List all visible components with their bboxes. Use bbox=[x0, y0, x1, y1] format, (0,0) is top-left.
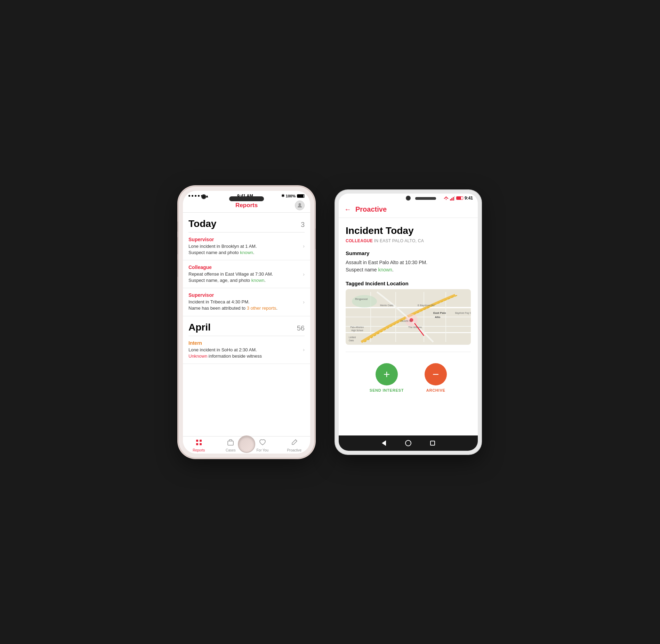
chevron-right-icon: › bbox=[303, 299, 305, 305]
svg-rect-10 bbox=[450, 199, 451, 201]
map-svg: Ringwood Menlo Oaks E Bayshore Rd East P… bbox=[346, 289, 471, 345]
send-interest-label: SEND INTEREST bbox=[370, 388, 404, 392]
item-category: Intern bbox=[188, 340, 300, 346]
summary-line2: Suspect name bbox=[346, 267, 378, 272]
svg-text:Oaks: Oaks bbox=[349, 339, 354, 342]
android-action-area: + SEND INTEREST − ARCHIVE bbox=[346, 358, 471, 399]
iphone-camera bbox=[201, 194, 206, 199]
list-item[interactable]: Intern Lone incident in SoHo at 2:30 AM.… bbox=[183, 336, 310, 364]
android-recent-nav[interactable] bbox=[429, 440, 436, 447]
tab-reports-label: Reports bbox=[193, 448, 205, 452]
back-button[interactable]: ← bbox=[344, 205, 351, 213]
summary-highlight: known bbox=[378, 267, 392, 272]
svg-rect-11 bbox=[451, 198, 452, 201]
iphone-home-button[interactable] bbox=[238, 435, 255, 453]
signal-dot-2 bbox=[192, 195, 193, 197]
tab-proactive[interactable]: Proactive bbox=[279, 439, 311, 452]
battery-bar bbox=[297, 194, 305, 198]
desc-highlight: known bbox=[240, 250, 253, 255]
meta-highlight: COLLEAGUE bbox=[346, 238, 373, 243]
item-category: Colleague bbox=[188, 264, 300, 270]
desc-suffix: . bbox=[276, 305, 277, 311]
tab-reports[interactable]: Reports bbox=[183, 439, 215, 452]
recent-square-icon bbox=[430, 441, 435, 446]
back-triangle-icon bbox=[382, 440, 386, 446]
svg-text:Okeefe St: Okeefe St bbox=[401, 319, 412, 323]
ios-nav-header: Reports bbox=[183, 200, 310, 213]
item-category: Supervisor bbox=[188, 292, 300, 298]
ios-battery-area: ✱ 100% bbox=[281, 194, 305, 198]
signal-dot-4 bbox=[198, 195, 200, 197]
android-signal-icon bbox=[450, 196, 455, 201]
incident-meta: COLLEAGUE IN EAST PALO ALTO, CA bbox=[346, 238, 471, 243]
svg-point-9 bbox=[446, 199, 446, 199]
battery-fill bbox=[297, 195, 304, 197]
battery-pct: 100% bbox=[286, 194, 296, 198]
desc-text: Lone incident in Brooklyn at 1 AM. bbox=[188, 244, 257, 249]
item-category: Supervisor bbox=[188, 237, 300, 242]
meta-rest: IN EAST PALO ALTO, CA bbox=[373, 238, 424, 243]
incident-title: Incident Today bbox=[346, 225, 471, 237]
tab-for-you-label: For You bbox=[257, 448, 268, 452]
iphone-side-button bbox=[314, 228, 316, 249]
svg-point-0 bbox=[299, 203, 301, 205]
svg-text:Palo-Atherton: Palo-Atherton bbox=[351, 326, 364, 328]
svg-rect-13 bbox=[454, 196, 455, 201]
svg-rect-5 bbox=[228, 441, 233, 445]
reports-icon bbox=[195, 439, 203, 447]
item-description: Incident in Tribeca at 4:30 PM. Name has… bbox=[188, 299, 300, 311]
april-section-header: April 56 bbox=[183, 316, 310, 336]
android-action-divider bbox=[346, 352, 471, 352]
list-item[interactable]: Supervisor Lone incident in Brooklyn at … bbox=[183, 233, 310, 260]
svg-text:Menlo Oaks: Menlo Oaks bbox=[380, 304, 394, 307]
archive-button[interactable]: − bbox=[425, 363, 447, 385]
desc-text: Lone incident in SoHo at 2:30 AM. bbox=[188, 347, 257, 352]
summary-label: Summary bbox=[346, 250, 471, 256]
pencil-icon bbox=[290, 439, 298, 447]
list-item-content: Supervisor Lone incident in Brooklyn at … bbox=[188, 237, 300, 256]
send-interest-wrap: + SEND INTEREST bbox=[370, 363, 404, 392]
desc-highlight: 3 other reports bbox=[247, 305, 276, 311]
desc-highlight: Unknown bbox=[188, 353, 207, 359]
archive-label: ARCHIVE bbox=[426, 388, 445, 392]
svg-point-25 bbox=[352, 295, 377, 308]
iphone-screen: ▲ 9:41 AM ✱ 100% Reports bbox=[183, 191, 310, 454]
svg-text:E Bayshore Rd: E Bayshore Rd bbox=[418, 304, 434, 307]
chevron-right-icon: › bbox=[303, 243, 305, 249]
svg-text:High School: High School bbox=[351, 329, 363, 332]
list-item-content: Colleague Repeat offense in East Village… bbox=[188, 264, 300, 284]
android-back-nav[interactable] bbox=[380, 440, 387, 447]
list-item[interactable]: Supervisor Incident in Tribeca at 4:30 P… bbox=[183, 288, 310, 316]
april-count: 56 bbox=[297, 324, 305, 332]
list-item[interactable]: Colleague Repeat offense in East Village… bbox=[183, 260, 310, 288]
iphone-device: ▲ 9:41 AM ✱ 100% Reports bbox=[179, 187, 314, 458]
android-nav-bar bbox=[339, 435, 478, 451]
today-title: Today bbox=[188, 218, 216, 229]
today-count: 3 bbox=[301, 221, 305, 229]
profile-avatar[interactable] bbox=[295, 201, 305, 210]
item-description: Repeat offense in East Village at 7:30 A… bbox=[188, 271, 300, 284]
summary-text: Assault in East Palo Alto at 10:30 PM. S… bbox=[346, 259, 471, 274]
iphone-vol-up bbox=[177, 237, 179, 254]
desc-suffix: . bbox=[253, 250, 255, 255]
tab-cases-label: Cases bbox=[226, 448, 235, 452]
svg-text:The Willows: The Willows bbox=[408, 326, 422, 329]
archive-wrap: − ARCHIVE bbox=[425, 363, 447, 392]
send-interest-button[interactable]: + bbox=[376, 363, 398, 385]
android-time: 9:41 bbox=[465, 196, 473, 201]
android-home-nav[interactable] bbox=[405, 440, 412, 447]
android-wifi-icon bbox=[444, 196, 449, 201]
list-item-content: Supervisor Incident in Tribeca at 4:30 P… bbox=[188, 292, 300, 311]
desc-highlight: known bbox=[251, 278, 265, 283]
android-screen: 9:41 ← Proactive Incident Today COLLEAGU… bbox=[339, 194, 478, 451]
android-battery-fill bbox=[457, 197, 461, 199]
android-app-header: ← Proactive bbox=[339, 201, 478, 218]
summary-line1: Assault in East Palo Alto at 10:30 PM. bbox=[346, 260, 427, 265]
svg-text:Ringwood: Ringwood bbox=[355, 297, 368, 301]
ios-content: Today 3 Supervisor Lone incident in Broo… bbox=[183, 213, 310, 436]
android-speaker bbox=[415, 197, 436, 200]
chevron-right-icon: › bbox=[303, 347, 305, 352]
map-container: Ringwood Menlo Oaks E Bayshore Rd East P… bbox=[346, 289, 471, 345]
home-circle-icon bbox=[405, 440, 411, 446]
item-description: Lone incident in Brooklyn at 1 AM. Suspe… bbox=[188, 243, 300, 256]
